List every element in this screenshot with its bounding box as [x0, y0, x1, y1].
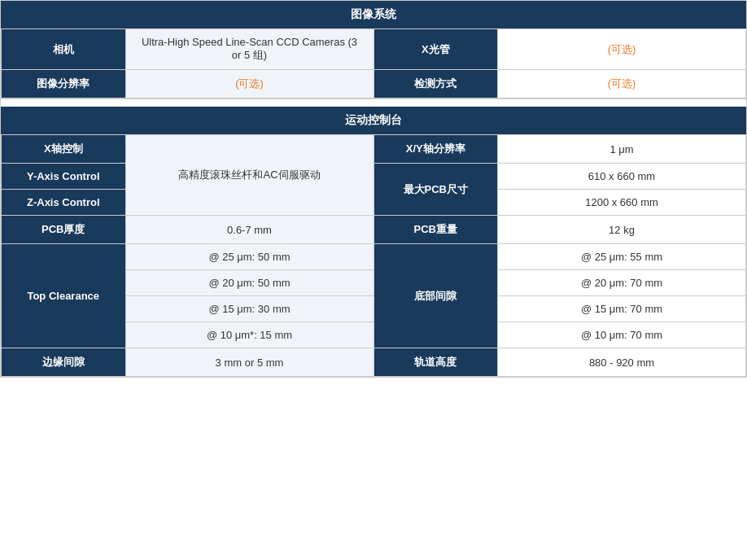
- top-clearance-val-2: @ 20 μm: 50 mm: [125, 270, 374, 296]
- camera-label: 相机: [2, 29, 126, 70]
- max-pcb-value-1: 610 x 660 mm: [498, 164, 746, 190]
- imaging-section-header: 图像系统: [1, 1, 746, 28]
- xaxis-row: X轴控制 高精度滚珠丝杆和AC伺服驱动 X/Y轴分辨率 1 μm: [2, 135, 746, 164]
- xaxis-label: X轴控制: [2, 135, 126, 164]
- pcb-thickness-value: 0.6-7 mm: [125, 216, 374, 244]
- xray-value: (可选): [498, 29, 746, 70]
- yaxis-row: Y-Axis Control 最大PCB尺寸 610 x 660 mm: [2, 164, 746, 190]
- pcb-thickness-label: PCB厚度: [2, 216, 126, 244]
- resolution-row: 图像分辨率 (可选) 检测方式 (可选): [2, 70, 746, 98]
- motion-section-header: 运动控制台: [1, 107, 746, 134]
- imaging-title: 图像系统: [351, 7, 396, 20]
- camera-row: 相机 Ultra-High Speed Line-Scan CCD Camera…: [2, 29, 746, 70]
- zaxis-label: Z-Axis Control: [2, 190, 126, 216]
- camera-value: Ultra-High Speed Line-Scan CCD Cameras (…: [125, 29, 374, 70]
- edge-clearance-row: 边缘间隙 3 mm or 5 mm 轨道高度 880 - 920 mm: [2, 348, 746, 377]
- bottom-clearance-val-2: @ 20 μm: 70 mm: [498, 270, 746, 296]
- xy-resolution-label: X/Y轴分辨率: [374, 135, 498, 164]
- pcb-weight-value: 12 kg: [498, 216, 746, 244]
- axis-value: 高精度滚珠丝杆和AC伺服驱动: [125, 135, 374, 216]
- resolution-value: (可选): [125, 70, 374, 98]
- pcb-weight-label: PCB重量: [374, 216, 498, 244]
- top-clearance-val-1: @ 25 μm: 50 mm: [125, 244, 374, 270]
- max-pcb-value-2: 1200 x 660 mm: [498, 190, 746, 216]
- motion-table: X轴控制 高精度滚珠丝杆和AC伺服驱动 X/Y轴分辨率 1 μm Y-Axis …: [1, 134, 746, 377]
- main-table-wrapper: 图像系统 相机 Ultra-High Speed Line-Scan CCD C…: [0, 0, 747, 378]
- edge-clearance-value: 3 mm or 5 mm: [125, 348, 374, 377]
- track-height-label: 轨道高度: [374, 348, 498, 377]
- max-pcb-label: 最大PCB尺寸: [374, 164, 498, 216]
- pcb-thickness-row: PCB厚度 0.6-7 mm PCB重量 12 kg: [2, 216, 746, 244]
- xy-resolution-value: 1 μm: [498, 135, 746, 164]
- xray-label: X光管: [374, 29, 498, 70]
- edge-clearance-label: 边缘间隙: [2, 348, 126, 377]
- motion-title: 运动控制台: [345, 113, 402, 126]
- bottom-clearance-val-4: @ 10 μm: 70 mm: [498, 322, 746, 348]
- top-clearance-val-3: @ 15 μm: 30 mm: [125, 296, 374, 322]
- imaging-table: 相机 Ultra-High Speed Line-Scan CCD Camera…: [1, 28, 746, 98]
- top-clearance-val-4: @ 10 μm*: 15 mm: [125, 322, 374, 348]
- section-divider: [1, 98, 746, 107]
- bottom-clearance-val-1: @ 25 μm: 55 mm: [498, 244, 746, 270]
- resolution-label: 图像分辨率: [2, 70, 126, 98]
- track-height-value: 880 - 920 mm: [498, 348, 746, 377]
- yaxis-label: Y-Axis Control: [2, 164, 126, 190]
- clearance-row-1: Top Clearance @ 25 μm: 50 mm 底部间隙 @ 25 μ…: [2, 244, 746, 270]
- detection-label: 检测方式: [374, 70, 498, 98]
- detection-value: (可选): [498, 70, 746, 98]
- bottom-clearance-label: 底部间隙: [374, 244, 498, 348]
- bottom-clearance-val-3: @ 15 μm: 70 mm: [498, 296, 746, 322]
- top-clearance-label: Top Clearance: [2, 244, 126, 348]
